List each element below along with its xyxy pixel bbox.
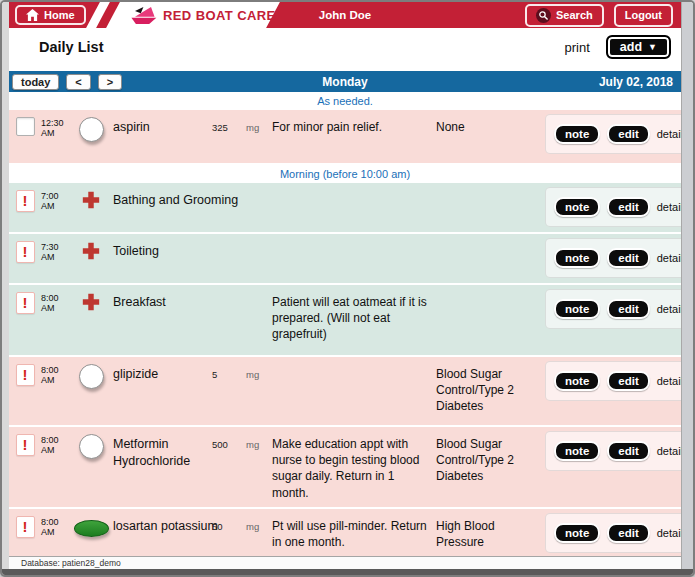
time-label: 8:00 AM xyxy=(41,432,69,456)
search-button[interactable]: Search xyxy=(525,4,604,27)
item-name: Bathing and Grooming xyxy=(113,188,268,209)
diagonal-stripe xyxy=(86,2,110,28)
details-link[interactable]: details xyxy=(657,252,681,264)
item-description: Pt will use pill-minder. Return in one m… xyxy=(272,514,432,550)
scrollbar-track[interactable] xyxy=(681,2,693,570)
section-label: As needed. xyxy=(317,95,373,107)
pill-icon xyxy=(79,434,104,459)
trademark-symbol: ™ xyxy=(281,8,288,15)
details-link[interactable]: details xyxy=(657,527,681,539)
row-lead: ! xyxy=(13,362,37,386)
pill-icon xyxy=(74,520,109,537)
print-button[interactable]: print xyxy=(565,40,590,55)
time-hour: 8:00 xyxy=(41,517,69,527)
prev-day-button[interactable]: < xyxy=(66,74,90,90)
note-button[interactable]: note xyxy=(554,248,600,268)
edit-button[interactable]: edit xyxy=(607,441,649,461)
time-meridiem: AM xyxy=(41,445,69,455)
item-description xyxy=(272,362,432,366)
note-button[interactable]: note xyxy=(554,523,600,543)
item-condition: Blood Sugar Control/Type 2 Diabetes xyxy=(436,362,541,415)
boat-logo-icon xyxy=(127,5,159,26)
item-description xyxy=(272,239,432,243)
row-actions: note edit details xyxy=(545,114,681,154)
today-button[interactable]: today xyxy=(12,74,59,90)
row-actions: note edit details xyxy=(545,513,681,553)
top-right-buttons: Search Logout xyxy=(525,4,673,27)
list-row: ! 8:00 AM Breakfast Patient will eat oat… xyxy=(9,285,681,355)
item-condition: High Blood Pressure xyxy=(436,514,541,550)
time-hour: 8:00 xyxy=(41,435,69,445)
details-link[interactable]: details xyxy=(657,375,681,387)
item-name: Metformin Hydrochloride xyxy=(113,432,208,470)
edit-button[interactable]: edit xyxy=(607,124,649,144)
section-header: Morning (before 10:00 am) xyxy=(9,165,681,183)
note-button[interactable]: note xyxy=(554,299,600,319)
section-header: As needed. xyxy=(9,92,681,110)
edit-button[interactable]: edit xyxy=(607,248,649,268)
list-row: ! 7:30 AM Toileting note edit details xyxy=(9,234,681,283)
time-meridiem: AM xyxy=(41,375,69,385)
page-title: Daily List xyxy=(39,39,103,55)
add-button[interactable]: add ▼ xyxy=(606,35,671,59)
add-label: add xyxy=(620,40,642,54)
edit-button[interactable]: edit xyxy=(607,299,649,319)
time-label: 8:00 AM xyxy=(41,362,69,386)
time-meridiem: AM xyxy=(41,303,69,313)
details-link[interactable]: details xyxy=(657,128,681,140)
search-icon xyxy=(536,8,551,23)
item-description xyxy=(272,188,432,192)
dose-checkbox[interactable] xyxy=(16,117,35,136)
app-window: Home RED BOAT CARE ™ John Doe xyxy=(0,0,695,577)
home-label: Home xyxy=(44,9,75,21)
item-description: Make education appt with nurse to begin … xyxy=(272,432,432,501)
row-actions: note edit details xyxy=(545,361,681,401)
item-description: For minor pain relief. xyxy=(272,115,432,135)
row-icon-cell xyxy=(73,290,109,316)
dose-value: 325 xyxy=(212,115,242,133)
edit-button[interactable]: edit xyxy=(607,523,649,543)
row-lead: ! xyxy=(13,432,37,456)
time-label: 8:00 AM xyxy=(41,514,69,538)
note-button[interactable]: note xyxy=(554,197,600,217)
list-row: ! 8:00 AM Metformin Hydrochloride 500 mg… xyxy=(9,427,681,507)
date-label: July 02, 2018 xyxy=(599,75,673,89)
home-icon xyxy=(26,9,39,21)
note-button[interactable]: note xyxy=(554,124,600,144)
alert-icon: ! xyxy=(16,292,35,314)
row-lead: ! xyxy=(13,188,37,212)
logout-button[interactable]: Logout xyxy=(614,4,673,27)
section-label: Morning (before 10:00 am) xyxy=(280,168,410,180)
details-link[interactable]: details xyxy=(657,445,681,457)
medical-cross-icon xyxy=(81,190,101,214)
item-name: Breakfast xyxy=(113,290,268,311)
top-navigation-bar: Home RED BOAT CARE ™ John Doe xyxy=(9,2,681,28)
details-link[interactable]: details xyxy=(657,303,681,315)
note-button[interactable]: note xyxy=(554,371,600,391)
row-icon-cell xyxy=(73,432,109,459)
window-left-frame xyxy=(2,2,9,570)
edit-button[interactable]: edit xyxy=(607,197,649,217)
medical-cross-icon xyxy=(81,292,101,316)
item-condition: None xyxy=(436,115,541,135)
time-meridiem: AM xyxy=(41,527,69,537)
alert-icon: ! xyxy=(16,516,35,538)
status-bar: Database: patien28_demo xyxy=(9,556,681,569)
alert-icon: ! xyxy=(16,190,35,212)
item-name: losartan potassium xyxy=(113,514,208,535)
note-button[interactable]: note xyxy=(554,441,600,461)
home-button[interactable]: Home xyxy=(15,5,86,25)
row-lead xyxy=(13,115,37,136)
row-lead: ! xyxy=(13,290,37,314)
next-day-button[interactable]: > xyxy=(98,74,122,90)
window-bottom-frame xyxy=(2,569,693,575)
weekday-label: Monday xyxy=(322,75,367,89)
row-actions: note edit details xyxy=(545,431,681,471)
row-actions: note edit details xyxy=(545,187,681,227)
search-label: Search xyxy=(556,9,593,21)
item-name: Toileting xyxy=(113,239,268,260)
date-nav-buttons: today < > xyxy=(12,74,122,90)
edit-button[interactable]: edit xyxy=(607,371,649,391)
details-link[interactable]: details xyxy=(657,201,681,213)
time-label: 7:00 AM xyxy=(41,188,69,212)
